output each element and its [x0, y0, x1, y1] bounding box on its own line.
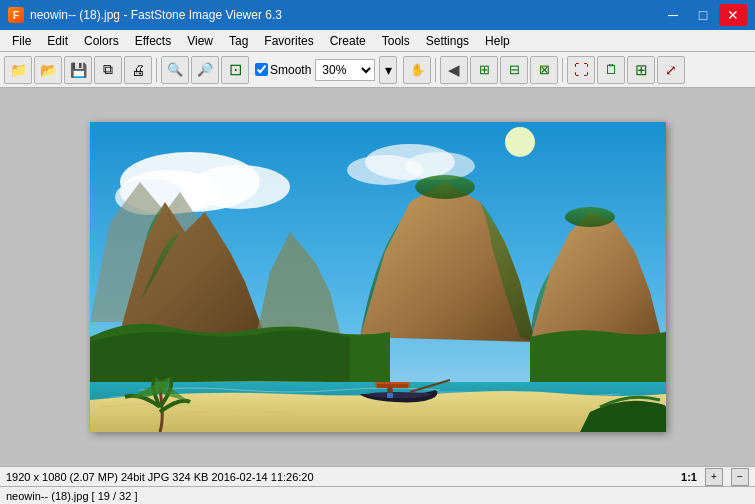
title-text: neowin-- (18).jpg - FastStone Image View…	[30, 8, 282, 22]
menu-help[interactable]: Help	[477, 32, 518, 50]
app-icon: F	[8, 7, 24, 23]
resize-icon: ⤢	[665, 62, 677, 78]
nav-slideshow-button[interactable]: ⊞	[470, 56, 498, 84]
hand-icon: ✋	[410, 63, 425, 77]
menu-view[interactable]: View	[179, 32, 221, 50]
menu-colors[interactable]: Colors	[76, 32, 127, 50]
thumbnail-button[interactable]: ⊞	[627, 56, 655, 84]
title-bar: F neowin-- (18).jpg - FastStone Image Vi…	[0, 0, 755, 30]
menu-effects[interactable]: Effects	[127, 32, 179, 50]
browse-icon: 📁	[10, 62, 27, 78]
fullscreen-button[interactable]: ⛶	[567, 56, 595, 84]
open-icon: 📂	[40, 62, 57, 78]
resize-button[interactable]: ⤢	[657, 56, 685, 84]
nav-last-icon: ⊠	[539, 62, 550, 77]
menu-settings[interactable]: Settings	[418, 32, 477, 50]
toolbar: 📁 📂 💾 ⧉ 🖨 🔍 🔎 ⊡ Smooth 30% 10% 25% 50% 7…	[0, 52, 755, 88]
scene-image	[90, 122, 666, 432]
menu-tag[interactable]: Tag	[221, 32, 256, 50]
svg-point-5	[190, 165, 290, 209]
nav-next-button[interactable]: ⊟	[500, 56, 528, 84]
svg-point-11	[565, 207, 615, 227]
save-icon: 💾	[70, 62, 87, 78]
svg-point-2	[505, 127, 535, 157]
separator-2	[435, 58, 436, 82]
status-zoom-in-icon: +	[711, 471, 717, 482]
title-controls: ─ □ ✕	[659, 4, 747, 26]
status-zoom-in-button[interactable]: +	[705, 468, 723, 486]
zoom-dropdown-button[interactable]: ▾	[379, 56, 397, 84]
main-area	[0, 88, 755, 466]
status-info: 1920 x 1080 (2.07 MP) 24bit JPG 324 KB 2…	[6, 471, 314, 483]
separator-1	[156, 58, 157, 82]
save-button[interactable]: 💾	[64, 56, 92, 84]
zoom-in-icon: 🔍	[167, 62, 183, 77]
close-button[interactable]: ✕	[719, 4, 747, 26]
thumbnail-icon: ⊞	[635, 61, 648, 79]
zoom-out-icon: 🔎	[197, 62, 213, 77]
title-left: F neowin-- (18).jpg - FastStone Image Vi…	[8, 7, 282, 23]
smooth-label[interactable]: Smooth	[255, 63, 311, 77]
chevron-down-icon: ▾	[385, 62, 392, 78]
nav-prev-button[interactable]: ◀	[440, 56, 468, 84]
svg-rect-14	[377, 384, 408, 388]
clipboard-icon: ⧉	[103, 61, 113, 78]
nav-last-button[interactable]: ⊠	[530, 56, 558, 84]
status-right: 1:1 + −	[681, 468, 749, 486]
separator-3	[562, 58, 563, 82]
print-button[interactable]: 🖨	[124, 56, 152, 84]
menu-tools[interactable]: Tools	[374, 32, 418, 50]
fit-icon: ⊡	[229, 60, 242, 79]
smooth-checkbox[interactable]	[255, 63, 268, 76]
menu-file[interactable]: File	[4, 32, 39, 50]
info-icon: 🗒	[605, 62, 618, 77]
maximize-button[interactable]: □	[689, 4, 717, 26]
svg-point-10	[415, 175, 475, 199]
nav-prev-icon: ◀	[448, 61, 460, 79]
zoom-select[interactable]: 30% 10% 25% 50% 75% 100%	[315, 59, 375, 81]
nav-slideshow-icon: ⊞	[479, 62, 490, 77]
open-button[interactable]: 📂	[34, 56, 62, 84]
nav-next-icon: ⊟	[509, 62, 520, 77]
svg-point-16	[387, 387, 393, 393]
image-container	[90, 122, 666, 432]
hand-button[interactable]: ✋	[403, 56, 431, 84]
bottom-bar: neowin-- (18).jpg [ 19 / 32 ]	[0, 486, 755, 504]
smooth-group: Smooth 30% 10% 25% 50% 75% 100% ▾	[255, 56, 397, 84]
status-bar: 1920 x 1080 (2.07 MP) 24bit JPG 324 KB 2…	[0, 466, 755, 486]
status-zoom-out-icon: −	[737, 471, 743, 482]
fullscreen-icon: ⛶	[574, 61, 589, 78]
print-icon: 🖨	[131, 62, 145, 78]
menu-edit[interactable]: Edit	[39, 32, 76, 50]
fit-button[interactable]: ⊡	[221, 56, 249, 84]
clipboard-button[interactable]: ⧉	[94, 56, 122, 84]
menu-bar: File Edit Colors Effects View Tag Favori…	[0, 30, 755, 52]
menu-favorites[interactable]: Favorites	[256, 32, 321, 50]
minimize-button[interactable]: ─	[659, 4, 687, 26]
svg-rect-17	[387, 393, 393, 398]
menu-create[interactable]: Create	[322, 32, 374, 50]
browse-button[interactable]: 📁	[4, 56, 32, 84]
zoom-ratio-label: 1:1	[681, 471, 697, 483]
status-zoom-out-button[interactable]: −	[731, 468, 749, 486]
bottom-filename: neowin-- (18).jpg [ 19 / 32 ]	[6, 490, 137, 502]
info-button[interactable]: 🗒	[597, 56, 625, 84]
zoom-out-button[interactable]: 🔎	[191, 56, 219, 84]
zoom-in-button[interactable]: 🔍	[161, 56, 189, 84]
